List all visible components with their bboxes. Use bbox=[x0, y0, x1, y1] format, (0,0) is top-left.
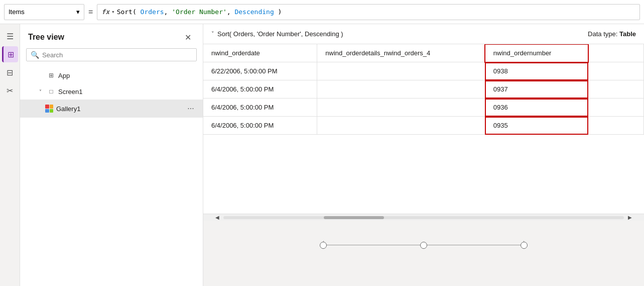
canvas-area bbox=[203, 221, 644, 286]
cell-extra-4 bbox=[588, 117, 644, 135]
cell-orderdetails-1 bbox=[317, 62, 485, 80]
data-table-scroll[interactable]: nwind_orderdate nwind_orderdetails_nwind… bbox=[203, 44, 644, 214]
col-header-ordernumber: nwind_ordernumber bbox=[485, 44, 588, 62]
datatype-label: Data type: Table bbox=[588, 30, 636, 38]
scroll-left-arrow[interactable]: ◀ bbox=[213, 214, 221, 221]
cell-extra-2 bbox=[588, 80, 644, 99]
screen1-icon: □ bbox=[46, 86, 56, 97]
cell-ordernumber-3: 0936 bbox=[485, 99, 588, 117]
canvas-handle-left[interactable] bbox=[320, 242, 327, 249]
tree-items: ⊞ App ˅ □ Screen1 Gallery1 ··· bbox=[20, 65, 203, 286]
col-header-orderdate: nwind_orderdate bbox=[203, 44, 317, 62]
data-table-container: nwind_orderdate nwind_orderdetails_nwind… bbox=[203, 44, 644, 221]
data-table: nwind_orderdate nwind_orderdetails_nwind… bbox=[203, 44, 644, 135]
cell-orderdetails-4 bbox=[317, 117, 485, 135]
table-row: 6/4/2006, 5:00:00 PM 0935 bbox=[203, 117, 644, 135]
content-area: ˅ Sort( Orders, 'Order Number', Descendi… bbox=[203, 24, 644, 286]
sidebar-icons: ☰ ⊞ ⊟ ✂ bbox=[0, 24, 20, 286]
breadcrumb-formula: ˅ Sort( Orders, 'Order Number', Descendi… bbox=[211, 30, 343, 38]
app-icon: ⊞ bbox=[46, 70, 56, 80]
items-dropdown[interactable]: Items ▾ bbox=[4, 4, 84, 20]
datatype-prefix: Data type: bbox=[588, 30, 617, 38]
gallery1-label: Gallery1 bbox=[56, 105, 183, 113]
formula-text: Sort( Orders, 'Order Number', Descending… bbox=[117, 8, 635, 16]
col-header-orderdetails: nwind_orderdetails_nwind_orders_4 bbox=[317, 44, 485, 62]
cell-ordernumber-4: 0935 bbox=[485, 117, 588, 135]
cell-ordernumber-1: 0938 bbox=[485, 62, 588, 80]
cell-extra-3 bbox=[588, 99, 644, 117]
cell-orderdetails-3 bbox=[317, 99, 485, 117]
dropdown-chevron-icon: ▾ bbox=[76, 8, 80, 16]
tree-item-gallery1[interactable]: Gallery1 ··· bbox=[20, 100, 203, 118]
main-area: ☰ ⊞ ⊟ ✂ Tree view ✕ 🔍 ⊞ App ˅ bbox=[0, 24, 644, 286]
menu-icon-btn[interactable]: ☰ bbox=[2, 28, 18, 44]
canvas-shape[interactable] bbox=[323, 241, 524, 266]
equals-sign: = bbox=[84, 8, 97, 17]
tree-close-button[interactable]: ✕ bbox=[181, 30, 195, 44]
cell-ordernumber-2: 0937 bbox=[485, 80, 588, 99]
cell-orderdate-3: 6/4/2006, 5:00:00 PM bbox=[203, 99, 317, 117]
tree-item-screen1[interactable]: ˅ □ Screen1 bbox=[20, 83, 203, 100]
screen1-label: Screen1 bbox=[58, 88, 197, 96]
formula-breadcrumb-bar: ˅ Sort( Orders, 'Order Number', Descendi… bbox=[203, 24, 644, 44]
formula-fx-icon: fx bbox=[101, 8, 109, 16]
scroll-track[interactable] bbox=[223, 216, 624, 219]
canvas-handle-center[interactable] bbox=[420, 242, 427, 249]
scroll-right-arrow[interactable]: ▶ bbox=[626, 214, 634, 221]
tree-header: Tree view ✕ bbox=[20, 24, 203, 48]
breadcrumb-formula-text: Sort( Orders, 'Order Number', Descending… bbox=[217, 30, 343, 38]
canvas-handle-right[interactable] bbox=[521, 242, 528, 249]
cell-orderdate-1: 6/22/2006, 5:00:00 PM bbox=[203, 62, 317, 80]
datatype-value: Table bbox=[619, 30, 636, 38]
cell-extra-1 bbox=[588, 62, 644, 80]
table-header-row: nwind_orderdate nwind_orderdetails_nwind… bbox=[203, 44, 644, 62]
search-icon: 🔍 bbox=[31, 51, 39, 59]
cell-orderdate-4: 6/4/2006, 5:00:00 PM bbox=[203, 117, 317, 135]
data-icon-btn[interactable]: ⊟ bbox=[2, 64, 18, 80]
formula-bar[interactable]: fx ▾ Sort( Orders, 'Order Number', Desce… bbox=[97, 4, 640, 20]
layers-icon-btn[interactable]: ⊞ bbox=[2, 46, 18, 62]
horizontal-scrollbar[interactable]: ◀ ▶ bbox=[203, 214, 644, 221]
search-input[interactable] bbox=[42, 51, 192, 59]
table-row: 6/4/2006, 5:00:00 PM 0937 bbox=[203, 80, 644, 99]
gallery1-icon bbox=[44, 104, 54, 114]
table-row: 6/4/2006, 5:00:00 PM 0936 bbox=[203, 99, 644, 117]
app-label: App bbox=[58, 72, 197, 79]
col-header-extra bbox=[588, 44, 644, 62]
top-bar: Items ▾ = fx ▾ Sort( Orders, 'Order Numb… bbox=[0, 0, 644, 24]
scroll-thumb[interactable] bbox=[324, 216, 384, 219]
canvas-design bbox=[203, 221, 644, 286]
breadcrumb-chevron-icon: ˅ bbox=[211, 31, 214, 37]
tree-view-title: Tree view bbox=[28, 33, 64, 42]
table-row: 6/22/2006, 5:00:00 PM 0938 bbox=[203, 62, 644, 80]
tools-icon-btn[interactable]: ✂ bbox=[2, 82, 18, 99]
items-dropdown-label: Items bbox=[9, 8, 74, 16]
screen1-chevron-icon: ˅ bbox=[36, 89, 44, 94]
formula-bar-chevron-icon: ▾ bbox=[111, 9, 115, 15]
tree-panel: Tree view ✕ 🔍 ⊞ App ˅ □ Screen1 bbox=[20, 24, 203, 286]
tree-item-app[interactable]: ⊞ App bbox=[20, 67, 203, 83]
search-box: 🔍 bbox=[26, 48, 197, 61]
cell-orderdate-2: 6/4/2006, 5:00:00 PM bbox=[203, 80, 317, 99]
cell-orderdetails-2 bbox=[317, 80, 485, 99]
gallery1-more-button[interactable]: ··· bbox=[185, 103, 197, 115]
